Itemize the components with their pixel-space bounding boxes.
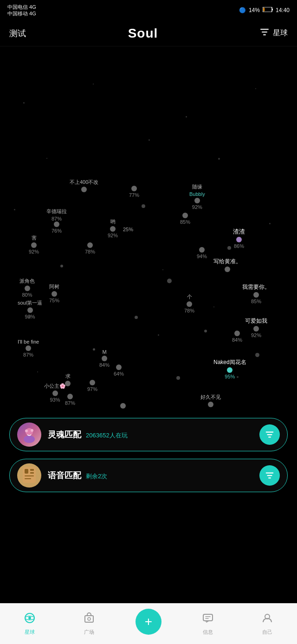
scatter-dot-7 <box>255 353 259 357</box>
user-node-n27[interactable]: 小公主🌸 93% <box>44 383 66 403</box>
scatter-dot-4 <box>135 316 138 319</box>
user-node-n16[interactable]: 阿树 75% <box>49 283 59 303</box>
bottom-nav: 星球 广场 + 信息 <box>0 603 297 644</box>
guangchang-icon <box>83 612 95 627</box>
carrier1: 中国电信 4G <box>7 4 36 10</box>
svg-point-6 <box>31 429 33 432</box>
scatter-dot-9 <box>176 376 180 380</box>
user-node-n8[interactable]: 哟 92% <box>108 218 118 238</box>
user-node-n24[interactable]: 64% <box>114 364 124 377</box>
svg-point-17 <box>88 618 90 620</box>
voice-match-title: 语音匹配 <box>48 470 81 481</box>
carrier2: 中国移动 4G <box>7 10 36 17</box>
scatter-dot-2 <box>60 265 63 267</box>
user-node-n17[interactable]: 我需要你。 85% <box>242 283 270 304</box>
nav-item-guangchang[interactable]: 广场 <box>59 612 119 636</box>
xinxi-icon <box>202 612 214 627</box>
nav-item-wode[interactable]: 自己 <box>238 612 297 636</box>
battery-pct: 14% <box>249 7 260 13</box>
scatter-dot-8 <box>28 316 31 319</box>
soul-match-subtitle: 2063652人在玩 <box>86 431 128 440</box>
voice-match-card[interactable]: 语音匹配 剩余2次 <box>9 459 288 492</box>
user-node-n1[interactable]: 不上400不改 <box>70 179 98 193</box>
scatter-dot-10 <box>93 348 95 351</box>
svg-rect-11 <box>25 475 34 476</box>
soul-match-title: 灵魂匹配 <box>48 429 81 440</box>
user-node-n23[interactable]: 84% <box>232 331 242 343</box>
svg-rect-16 <box>85 616 93 622</box>
user-node-n28[interactable]: 97% <box>87 380 97 392</box>
user-node-n10[interactable]: 渣渣 86% <box>233 228 245 249</box>
user-node-n11[interactable]: 害 92% <box>29 234 39 254</box>
user-node-n22[interactable]: M 84% <box>99 349 110 368</box>
user-node-n20[interactable]: 可爱如我 92% <box>245 317 267 338</box>
svg-rect-1 <box>272 9 273 11</box>
guangchang-label: 广场 <box>84 629 94 636</box>
wode-label: 自己 <box>262 629 272 636</box>
svg-rect-9 <box>30 469 34 471</box>
carrier-info: 中国电信 4G 中国移动 4G <box>7 4 36 17</box>
spacer <box>0 497 297 534</box>
svg-rect-18 <box>203 614 213 621</box>
bluetooth-icon: 🔵 <box>239 7 246 13</box>
app-title: Soul <box>128 26 158 41</box>
user-node-n15[interactable]: 派角色 80% <box>19 278 35 298</box>
user-node-n3[interactable]: 随缘 Bubbly 92% <box>189 183 205 210</box>
scatter-dot-6 <box>204 330 207 332</box>
user-node-n21[interactable]: I'll be fine 87% <box>18 339 39 358</box>
scatter-dot-5 <box>227 246 231 250</box>
user-node-n31[interactable]: 75% <box>118 403 128 409</box>
star-map: 不上400不改 77% 随缘 Bubbly 92% 辛德瑞拉 87% 76% 哟… <box>0 46 297 409</box>
svg-point-15 <box>28 617 31 619</box>
battery-icon <box>263 7 273 13</box>
scatter-dot-1 <box>142 204 145 208</box>
wode-icon <box>261 612 273 627</box>
label-92pct: 25% <box>123 227 133 232</box>
soul-match-filter-btn[interactable] <box>259 424 280 445</box>
user-node-n12[interactable]: 78% <box>85 242 95 254</box>
status-bar: 中国电信 4G 中国移动 4G 🔵 14% 14:40 <box>0 0 297 20</box>
user-node-n5[interactable]: 辛德瑞拉 87% 76% <box>46 208 67 234</box>
soul-match-avatar <box>17 423 41 447</box>
nav-item-add: + <box>119 609 178 639</box>
xingqiu-icon <box>24 612 36 627</box>
user-node-n2[interactable]: 77% <box>129 186 139 198</box>
nav-left-label[interactable]: 测试 <box>9 28 26 39</box>
svg-rect-8 <box>25 469 28 474</box>
voice-match-avatar <box>17 463 41 488</box>
user-node-n19[interactable]: 个 78% <box>184 293 194 313</box>
svg-rect-2 <box>263 8 265 12</box>
svg-point-5 <box>25 429 28 432</box>
xingqiu-label: 星球 <box>25 629 35 636</box>
time: 14:40 <box>276 7 290 13</box>
nav-item-xinxi[interactable]: 信息 <box>178 612 238 636</box>
xinxi-label: 信息 <box>203 629 213 636</box>
nav-right-label[interactable]: 星球 <box>273 28 288 38</box>
nav-right-area[interactable]: 星球 <box>260 27 288 39</box>
svg-rect-10 <box>30 472 34 474</box>
nav-header: 测试 Soul 星球 <box>0 20 297 46</box>
voice-match-subtitle: 剩余2次 <box>86 472 107 481</box>
user-node-n29[interactable]: 87% <box>65 394 75 406</box>
user-node-n30[interactable]: 好久不见 90% <box>200 394 221 409</box>
voice-match-info: 语音匹配 剩余2次 <box>48 470 253 481</box>
soul-match-card[interactable]: 灵魂匹配 2063652人在玩 <box>9 418 288 451</box>
svg-rect-12 <box>25 478 31 479</box>
voice-match-filter-btn[interactable] <box>259 465 280 486</box>
user-node-n14[interactable]: 写给黄准。 <box>213 258 241 273</box>
scatter-dot-3 <box>167 279 172 283</box>
nav-item-xingqiu[interactable]: 星球 <box>0 612 59 636</box>
user-node-n25[interactable]: Naked闻花名 95% <box>213 358 246 379</box>
status-right: 🔵 14% 14:40 <box>239 7 290 13</box>
soul-match-info: 灵魂匹配 2063652人在玩 <box>48 429 253 440</box>
filter-icon[interactable] <box>260 27 269 39</box>
match-area: 灵魂匹配 2063652人在玩 语音匹配 剩余2次 <box>0 409 297 497</box>
svg-point-4 <box>24 436 35 443</box>
user-node-n13[interactable]: 94% <box>197 247 207 259</box>
user-node-n6[interactable]: 85% <box>180 213 190 225</box>
add-button[interactable]: + <box>136 609 161 635</box>
add-icon: + <box>145 615 152 628</box>
